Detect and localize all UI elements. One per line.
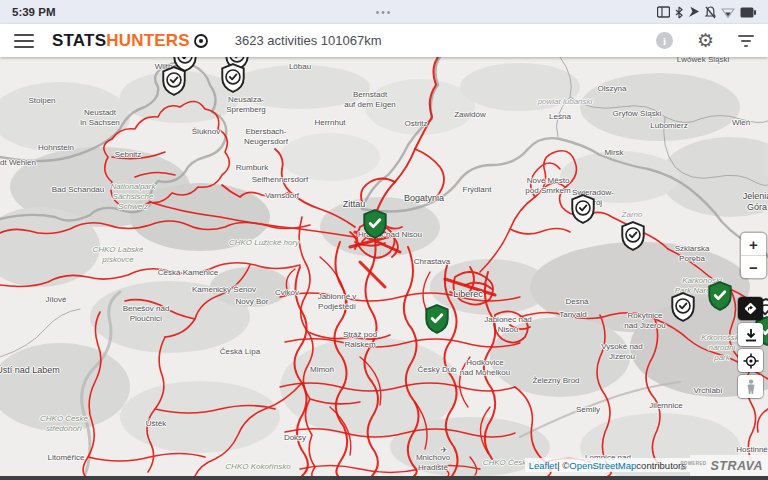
shield-marker[interactable] xyxy=(670,292,696,326)
locate-button[interactable] xyxy=(738,349,763,372)
pegman-icon xyxy=(746,379,756,395)
route-diamond-icon xyxy=(742,300,759,317)
leaflet-link[interactable]: Leaflet xyxy=(529,460,558,471)
target-icon xyxy=(193,33,209,49)
attribution-contributors: contributors xyxy=(636,460,686,471)
logo-text-stats: STATS xyxy=(52,31,106,51)
map-attribution: Leaflet | © OpenStreetMap contributors xyxy=(525,458,690,472)
app-header: STATSHUNTERS 3623 activities 101067km i … xyxy=(0,24,768,57)
sim-card-icon xyxy=(657,6,670,18)
wifi-icon xyxy=(721,6,735,18)
screen: 5:39 PM ••• STATSHUNTERS 3623 activities… xyxy=(0,0,768,480)
download-button[interactable] xyxy=(738,323,763,346)
shield-check-icon xyxy=(620,221,646,251)
locate-target-icon xyxy=(743,353,759,369)
zoom-control: + − xyxy=(741,233,766,278)
mute-bell-icon xyxy=(705,6,716,19)
shield-check-icon xyxy=(161,66,187,96)
powered-by-label: POWERED BY xyxy=(680,461,706,471)
zoom-in-button[interactable]: + xyxy=(741,233,766,255)
shield-marker[interactable] xyxy=(620,221,646,255)
shield-marker-completed[interactable] xyxy=(707,281,733,315)
info-icon[interactable]: i xyxy=(656,32,673,49)
attribution-separator: | © xyxy=(557,460,569,471)
filter-icon[interactable] xyxy=(738,34,754,47)
pegman-button[interactable] xyxy=(738,375,763,398)
bluetooth-icon xyxy=(675,6,683,19)
shield-check-icon xyxy=(424,304,450,334)
location-arrow-icon xyxy=(688,6,700,18)
menu-icon[interactable] xyxy=(14,34,34,48)
shield-marker[interactable] xyxy=(570,194,596,228)
settings-gear-icon[interactable]: ⚙ xyxy=(697,31,714,50)
shield-check-icon xyxy=(670,292,696,322)
status-bar: 5:39 PM ••• xyxy=(0,0,768,24)
logo-text-hunters: HUNTERS xyxy=(106,31,190,51)
zoom-out-button[interactable]: − xyxy=(741,256,766,278)
system-tray xyxy=(657,6,756,19)
strava-attribution: POWERED BY STRAVA xyxy=(690,455,768,476)
shield-marker[interactable] xyxy=(220,63,246,97)
shield-check-icon xyxy=(570,194,596,224)
map-terrain xyxy=(0,57,768,476)
notification-dots: ••• xyxy=(376,7,393,18)
shield-marker-completed[interactable] xyxy=(362,209,388,243)
shield-marker-completed[interactable] xyxy=(424,304,450,338)
download-icon xyxy=(744,328,758,342)
map-canvas[interactable]: StolpenNeustadt in SachsenWilthenLöbauNe… xyxy=(0,57,768,476)
shield-check-icon xyxy=(707,281,733,311)
strava-logo: STRAVA xyxy=(710,459,763,473)
routes-button[interactable] xyxy=(738,297,763,320)
shield-check-icon xyxy=(362,209,388,239)
activity-summary: 3623 activities 101067km xyxy=(235,33,382,48)
android-navigation-bar[interactable] xyxy=(0,476,768,480)
osm-link[interactable]: OpenStreetMap xyxy=(569,460,636,471)
shield-check-icon xyxy=(220,63,246,93)
shield-marker[interactable] xyxy=(161,66,187,100)
statshunters-logo[interactable]: STATSHUNTERS xyxy=(52,31,209,51)
battery-icon xyxy=(740,7,756,18)
clock: 5:39 PM xyxy=(12,6,55,18)
